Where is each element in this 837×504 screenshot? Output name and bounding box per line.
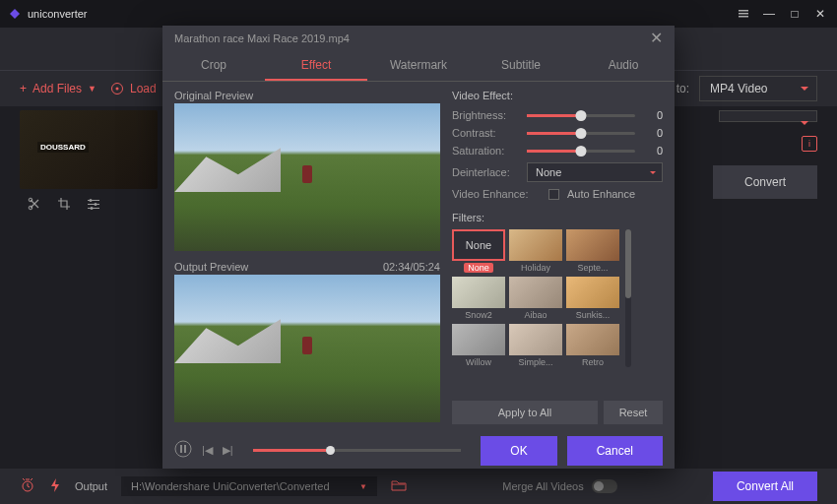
tab-watermark[interactable]: Watermark xyxy=(367,51,470,81)
auto-enhance-checkbox[interactable] xyxy=(548,189,559,200)
chevron-down-icon: ▼ xyxy=(359,482,367,491)
filter-none[interactable]: NoneNone xyxy=(452,229,505,273)
output-preset-select[interactable] xyxy=(719,110,817,122)
saturation-label: Saturation: xyxy=(452,145,519,157)
tab-crop[interactable]: Crop xyxy=(162,51,265,81)
saturation-slider[interactable] xyxy=(527,150,635,153)
filter-snow2[interactable]: Snow2 xyxy=(452,277,505,320)
reset-button[interactable]: Reset xyxy=(604,401,663,424)
filter-holiday[interactable]: Holiday xyxy=(509,229,562,273)
close-button[interactable]: ✕ xyxy=(811,5,829,23)
output-format-select[interactable]: MP4 Video xyxy=(699,76,817,101)
crop-icon[interactable] xyxy=(57,197,71,214)
effect-editor-modal: Marathon race Maxi Race 2019.mp4 ✕ Crop … xyxy=(162,26,675,469)
svg-rect-0 xyxy=(739,10,748,12)
video-effect-heading: Video Effect: xyxy=(452,90,663,101)
svg-rect-1 xyxy=(739,13,748,15)
maximize-button[interactable]: □ xyxy=(786,5,804,23)
clock-icon[interactable] xyxy=(20,477,35,495)
apply-to-all-button[interactable]: Apply to All xyxy=(452,401,598,424)
app-title: uniconverter xyxy=(8,7,88,21)
minimize-button[interactable]: — xyxy=(760,5,778,23)
filter-simple[interactable]: Simple... xyxy=(509,324,562,367)
svg-rect-2 xyxy=(739,16,748,18)
next-frame-icon[interactable]: ▶| xyxy=(223,444,233,457)
filter-willow[interactable]: Willow xyxy=(452,324,505,367)
svg-rect-21 xyxy=(180,445,182,453)
convert-button[interactable]: Convert xyxy=(713,165,817,199)
output-path-field[interactable]: H:\Wondershare UniConverter\Converted ▼ xyxy=(121,476,377,496)
tab-audio[interactable]: Audio xyxy=(572,51,675,81)
prev-frame-icon[interactable]: |◀ xyxy=(202,444,213,457)
filter-scrollbar[interactable] xyxy=(625,229,631,367)
filter-retro[interactable]: Retro xyxy=(566,324,619,367)
filters-label: Filters: xyxy=(452,212,663,223)
svg-point-10 xyxy=(115,88,118,91)
folder-open-icon[interactable] xyxy=(391,478,407,494)
settings-icon[interactable] xyxy=(735,5,752,23)
output-path-text: H:\Wondershare UniConverter\Converted xyxy=(131,480,330,492)
original-preview-image xyxy=(174,103,440,251)
add-files-button[interactable]: + Add Files ▼ xyxy=(20,82,97,95)
filter-sunkiss[interactable]: Sunkis... xyxy=(566,277,619,320)
svg-rect-14 xyxy=(88,204,99,205)
ok-button[interactable]: OK xyxy=(481,436,556,466)
chevron-down-icon: ▼ xyxy=(88,84,97,94)
tab-subtitle[interactable]: Subtitle xyxy=(470,51,572,81)
play-pause-icon[interactable] xyxy=(174,440,192,461)
preview-time: 02:34/05:24 xyxy=(383,261,440,273)
brightness-value: 0 xyxy=(643,109,663,121)
load-dvd-button[interactable]: Load xyxy=(110,82,157,95)
contrast-value: 0 xyxy=(643,127,663,139)
tab-effect[interactable]: Effect xyxy=(265,51,367,81)
contrast-label: Contrast: xyxy=(452,127,519,139)
svg-point-17 xyxy=(95,203,97,206)
disc-icon xyxy=(110,82,124,95)
modal-filename: Marathon race Maxi Race 2019.mp4 xyxy=(174,32,350,44)
saturation-value: 0 xyxy=(643,145,663,157)
video-thumbnail: DOUSSARD xyxy=(20,110,158,189)
app-name-text: uniconverter xyxy=(28,8,88,20)
merge-toggle[interactable] xyxy=(592,479,617,493)
cancel-button[interactable]: Cancel xyxy=(567,436,663,466)
convert-all-button[interactable]: Convert All xyxy=(713,472,817,501)
deinterlace-label: Deinterlace: xyxy=(452,166,519,178)
thumb-text: DOUSSARD xyxy=(37,142,89,153)
output-preview-image xyxy=(174,275,440,422)
merge-label: Merge All Videos xyxy=(502,480,583,492)
add-files-label: Add Files xyxy=(32,82,82,95)
app-logo-icon xyxy=(8,7,22,21)
trim-icon[interactable] xyxy=(28,197,41,214)
convert-to-label: to: xyxy=(676,82,689,95)
original-preview-label: Original Preview xyxy=(174,90,253,101)
timeline-slider[interactable] xyxy=(253,449,462,452)
svg-rect-15 xyxy=(88,208,99,209)
svg-point-20 xyxy=(175,441,191,457)
editor-tabs: Crop Effect Watermark Subtitle Audio xyxy=(162,51,675,82)
svg-rect-22 xyxy=(184,445,186,453)
output-label: Output xyxy=(75,480,107,492)
modal-close-icon[interactable]: ✕ xyxy=(650,29,663,47)
contrast-slider[interactable] xyxy=(527,132,635,135)
filter-aibao[interactable]: Aibao xyxy=(509,277,562,320)
file-item[interactable]: DOUSSARD xyxy=(20,110,158,474)
output-preview-label: Output Preview xyxy=(174,261,248,273)
effect-icon[interactable] xyxy=(87,197,100,214)
plus-icon: + xyxy=(20,82,27,95)
load-label: Load xyxy=(130,82,157,95)
enhance-label: Video Enhance: xyxy=(452,188,541,200)
filter-grid: NoneNone Holiday Septe... Snow2 Aibao Su… xyxy=(452,229,619,367)
brightness-label: Brightness: xyxy=(452,109,519,121)
brightness-slider[interactable] xyxy=(527,114,635,117)
auto-enhance-text: Auto Enhance xyxy=(567,188,635,200)
svg-point-16 xyxy=(90,199,93,202)
svg-point-18 xyxy=(91,207,94,210)
filter-september[interactable]: Septe... xyxy=(566,229,619,273)
deinterlace-select[interactable]: None xyxy=(527,162,663,182)
lightning-icon[interactable] xyxy=(49,477,61,495)
info-icon[interactable]: i xyxy=(802,136,817,152)
